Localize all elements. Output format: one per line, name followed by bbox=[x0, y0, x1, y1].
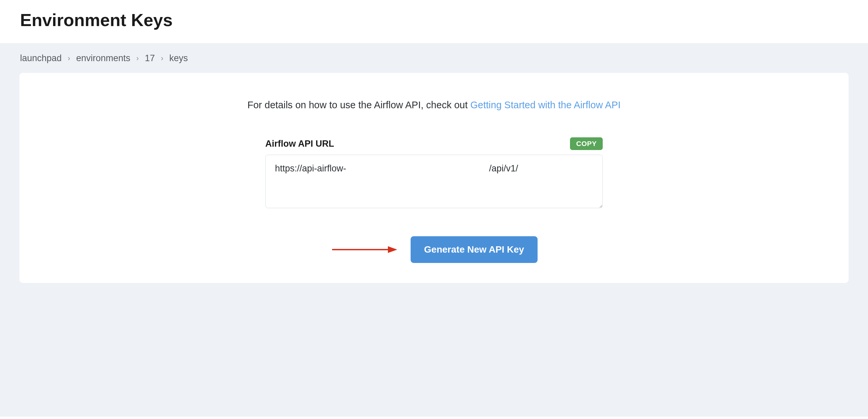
breadcrumb-item-keys: keys bbox=[169, 53, 188, 63]
page-title: Environment Keys bbox=[20, 10, 848, 30]
api-url-field[interactable] bbox=[265, 155, 603, 208]
intro-text: For details on how to use the Airflow AP… bbox=[39, 99, 829, 111]
arrow-right-icon bbox=[331, 243, 397, 256]
api-label-row: Airflow API URL COPY bbox=[265, 137, 603, 150]
generate-api-key-button[interactable]: Generate New API Key bbox=[411, 236, 537, 263]
breadcrumb-item-environments[interactable]: environments bbox=[76, 53, 130, 63]
chevron-right-icon: › bbox=[161, 54, 163, 63]
page-header: Environment Keys bbox=[0, 0, 868, 43]
page-body: launchpad › environments › 17 › keys For… bbox=[0, 43, 868, 417]
copy-button[interactable]: COPY bbox=[570, 137, 603, 150]
chevron-right-icon: › bbox=[68, 54, 70, 63]
api-url-label: Airflow API URL bbox=[265, 139, 334, 149]
breadcrumb-item-id[interactable]: 17 bbox=[145, 53, 155, 63]
intro-prefix: For details on how to use the Airflow AP… bbox=[247, 99, 470, 110]
api-url-block: Airflow API URL COPY bbox=[265, 137, 603, 210]
svg-marker-1 bbox=[388, 246, 397, 253]
content-card: For details on how to use the Airflow AP… bbox=[20, 73, 848, 283]
breadcrumb-item-launchpad[interactable]: launchpad bbox=[20, 53, 62, 63]
getting-started-link[interactable]: Getting Started with the Airflow API bbox=[470, 99, 621, 110]
generate-row: Generate New API Key bbox=[39, 236, 829, 263]
chevron-right-icon: › bbox=[136, 54, 138, 63]
breadcrumb: launchpad › environments › 17 › keys bbox=[0, 44, 868, 73]
